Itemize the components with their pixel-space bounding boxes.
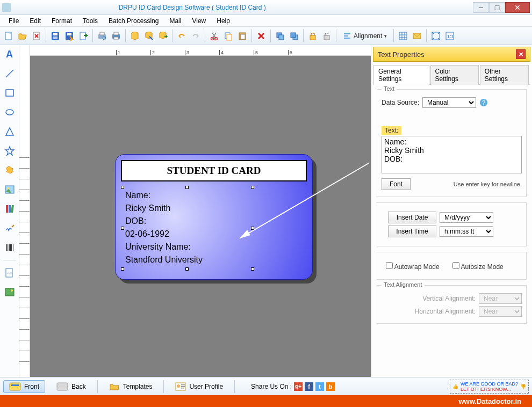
templates-button[interactable]: Templates	[103, 380, 159, 393]
library-tool-icon[interactable]	[3, 202, 17, 216]
svg-rect-7	[80, 32, 85, 40]
database-edit-icon[interactable]	[142, 30, 155, 42]
cut-icon[interactable]	[208, 30, 221, 42]
menu-view[interactable]: View	[186, 16, 211, 26]
barcode-tool-icon[interactable]	[3, 241, 17, 255]
card-title[interactable]: STUDENT ID CARD	[121, 160, 307, 181]
background-tool-icon[interactable]	[3, 285, 17, 299]
menu-file[interactable]: File	[3, 16, 24, 26]
menu-help[interactable]: Help	[211, 16, 235, 26]
line-tool-icon[interactable]	[3, 67, 17, 81]
ellipse-tool-icon[interactable]	[3, 105, 17, 119]
time-format-select[interactable]: h:mm:ss tt	[440, 226, 493, 237]
save-icon[interactable]	[49, 30, 62, 42]
insert-date-button[interactable]: Insert Date	[388, 212, 436, 223]
svg-rect-61	[11, 384, 19, 386]
back-side-button[interactable]: Back	[51, 380, 92, 393]
minimize-button[interactable]: −	[473, 2, 489, 13]
svg-line-38	[6, 70, 13, 77]
maximize-button[interactable]: □	[489, 2, 505, 13]
footer-url: www.Datadoctor.in	[458, 397, 521, 405]
menu-format[interactable]: Format	[46, 16, 77, 26]
grid-icon[interactable]	[397, 30, 409, 42]
share-label: Share Us On :	[251, 383, 292, 390]
open-icon[interactable]	[16, 30, 29, 42]
rectangle-tool-icon[interactable]	[3, 86, 17, 100]
fit-icon[interactable]	[429, 30, 442, 42]
autowrap-checkbox[interactable]: Autowrap Mode	[386, 262, 440, 271]
svg-rect-32	[399, 32, 407, 40]
front-side-button[interactable]: Front	[3, 380, 45, 393]
actual-size-icon[interactable]: 1:1	[443, 30, 456, 42]
text-tool-icon[interactable]: A	[3, 47, 17, 61]
help-icon[interactable]: ?	[479, 98, 488, 107]
tab-general-settings[interactable]: General Settings	[373, 65, 429, 85]
font-button[interactable]: Font	[382, 178, 411, 190]
feedback-banner[interactable]: 👍 WE ARE GOOD OR BAD? LET OTHERS KNOW...…	[450, 380, 529, 394]
svg-rect-13	[114, 37, 118, 40]
properties-panel: Text Properties ✕ General Settings Color…	[371, 45, 532, 382]
twitter-icon[interactable]: t	[315, 382, 324, 391]
paste-icon[interactable]	[236, 30, 249, 42]
alignment-dropdown[interactable]: Alignment ▾	[339, 30, 391, 42]
tool-palette: A Aa	[0, 45, 19, 382]
menu-tools[interactable]: Tools	[77, 16, 103, 26]
database-export-icon[interactable]	[156, 30, 169, 42]
print-preview-icon[interactable]	[96, 30, 109, 42]
database-icon[interactable]	[128, 30, 141, 42]
export-icon[interactable]	[77, 30, 90, 42]
menu-edit[interactable]: Edit	[24, 16, 46, 26]
panel-close-icon[interactable]: ✕	[516, 49, 526, 59]
user-profile-button[interactable]: User Profile	[169, 380, 229, 393]
triangle-tool-icon[interactable]	[3, 125, 17, 139]
save-as-icon[interactable]	[63, 30, 76, 42]
svg-text:A: A	[6, 49, 13, 60]
tab-other-settings[interactable]: Other Settings	[480, 65, 529, 85]
blogger-icon[interactable]: b	[326, 382, 335, 391]
send-back-icon[interactable]	[287, 30, 300, 42]
mode-group: Autowrap Mode Autosize Mode	[377, 252, 527, 280]
close-doc-icon[interactable]	[30, 30, 43, 42]
facebook-icon[interactable]: f	[305, 382, 313, 391]
mail-icon[interactable]	[411, 30, 423, 42]
redo-icon[interactable]	[189, 30, 202, 42]
shape-tool-icon[interactable]	[3, 163, 17, 177]
text-input[interactable]	[382, 136, 522, 173]
valign-label: Vertical Alignment:	[422, 295, 476, 302]
unlock-icon[interactable]	[320, 30, 333, 42]
datasource-select[interactable]: Manual	[422, 97, 476, 108]
copy-icon[interactable]	[222, 30, 235, 42]
menu-batch-processing[interactable]: Batch Processing	[103, 16, 164, 26]
id-card[interactable]: STUDENT ID CARD Name: Ricky Smith DOB: 0…	[115, 154, 313, 280]
bring-front-icon[interactable]	[274, 30, 286, 42]
newline-hint: Use enter key for newline.	[454, 181, 522, 187]
card-text-block[interactable]: Name: Ricky Smith DOB: 02-06-1992 Univer…	[123, 187, 305, 274]
menu-mail[interactable]: Mail	[164, 16, 186, 26]
watermark-tool-icon[interactable]: Aa	[3, 266, 17, 280]
title-bar: DRPU ID Card Design Software ( Student I…	[0, 0, 532, 15]
delete-icon[interactable]	[255, 30, 268, 42]
svg-rect-67	[181, 388, 184, 389]
lock-icon[interactable]	[306, 30, 319, 42]
design-canvas[interactable]: STUDENT ID CARD Name: Ricky Smith DOB: 0…	[30, 56, 371, 382]
svg-point-42	[7, 187, 9, 190]
star-tool-icon[interactable]	[3, 144, 17, 158]
insert-time-button[interactable]: Insert Time	[388, 226, 436, 237]
new-icon[interactable]	[2, 30, 15, 42]
autosize-checkbox[interactable]: Autosize Mode	[452, 262, 504, 271]
svg-rect-28	[324, 35, 329, 40]
svg-rect-54	[5, 288, 14, 296]
svg-text:Aa: Aa	[7, 271, 12, 275]
print-icon[interactable]	[110, 30, 123, 42]
signature-tool-icon[interactable]	[3, 221, 17, 235]
close-button[interactable]: ✕	[505, 2, 530, 13]
svg-point-40	[6, 110, 13, 115]
svg-rect-51	[13, 244, 13, 251]
image-tool-icon[interactable]	[3, 183, 17, 197]
date-format-select[interactable]: M/d/yyyy	[440, 212, 493, 223]
googleplus-icon[interactable]: g+	[294, 382, 303, 391]
tab-color-settings[interactable]: Color Settings	[430, 65, 479, 85]
text-alignment-group: Text Alignment Vertical Alignment: Near …	[377, 285, 527, 324]
undo-icon[interactable]	[175, 30, 188, 42]
canvas-area: 123456 STUDENT ID CARD Name: Ricky Smith…	[30, 45, 371, 382]
